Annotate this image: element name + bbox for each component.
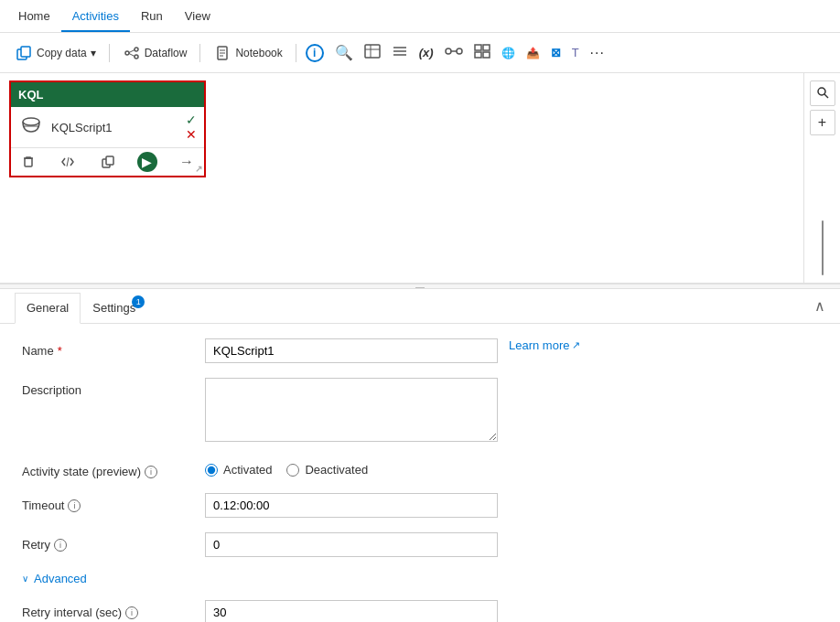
svg-line-6 bbox=[129, 53, 135, 56]
nav-view[interactable]: View bbox=[174, 0, 221, 32]
pipeline-icon bbox=[445, 44, 463, 61]
timeout-info-icon[interactable]: i bbox=[68, 499, 81, 512]
globe-toolbar-btn[interactable]: 🌐 bbox=[498, 43, 519, 63]
description-control bbox=[205, 378, 498, 445]
radio-activated[interactable]: Activated bbox=[205, 463, 272, 477]
svg-point-30 bbox=[818, 88, 825, 95]
svg-rect-26 bbox=[25, 158, 32, 166]
resize-icon: ↗ bbox=[195, 164, 202, 174]
name-required: * bbox=[58, 344, 62, 358]
top-navigation: Home Activities Run View bbox=[0, 0, 840, 33]
dataflow-icon bbox=[123, 44, 141, 62]
kql-node-body: KQLScript1 ✓ ✕ bbox=[11, 107, 204, 148]
code-icon[interactable] bbox=[58, 152, 78, 172]
tabs-bar: General Settings 1 ∧ bbox=[0, 289, 840, 324]
list-icon bbox=[392, 44, 408, 61]
advanced-toggle[interactable]: ∨ Advanced bbox=[22, 572, 818, 585]
nav-run[interactable]: Run bbox=[130, 0, 174, 32]
copy-data-label: Copy data bbox=[37, 47, 87, 59]
dataflow-button[interactable]: Dataflow bbox=[115, 40, 195, 66]
svg-point-3 bbox=[135, 48, 138, 51]
collapse-panel-btn[interactable]: ∧ bbox=[814, 297, 825, 315]
name-label: Name * bbox=[22, 338, 205, 358]
learn-more-link[interactable]: Learn more ↗ bbox=[509, 338, 580, 352]
table-icon bbox=[364, 44, 381, 61]
notebook-icon bbox=[213, 44, 232, 62]
kql-activity-name: KQLScript1 bbox=[51, 121, 112, 134]
activity-state-info-icon[interactable]: i bbox=[145, 466, 157, 478]
svg-line-27 bbox=[67, 157, 69, 166]
description-label: Description bbox=[22, 378, 205, 397]
svg-point-4 bbox=[135, 55, 138, 59]
database-icon bbox=[18, 114, 44, 140]
tab-settings[interactable]: Settings 1 bbox=[81, 293, 147, 323]
toolbar: Copy data ▾ Dataflow Notebook i 🔍 (x) bbox=[0, 33, 840, 73]
svg-point-17 bbox=[446, 48, 451, 54]
tab-general[interactable]: General bbox=[15, 293, 81, 324]
radio-deactivated-input[interactable] bbox=[286, 464, 299, 477]
nav-activities[interactable]: Activities bbox=[61, 0, 130, 32]
kql-x-icon: ✕ bbox=[186, 127, 197, 142]
radio-deactivated[interactable]: Deactivated bbox=[286, 463, 368, 477]
retry-interval-input[interactable] bbox=[205, 600, 498, 622]
outlook-toolbar-btn[interactable]: ⊠ bbox=[547, 42, 565, 63]
table-toolbar-btn[interactable] bbox=[361, 40, 384, 65]
pipeline-toolbar-btn[interactable] bbox=[441, 40, 467, 65]
kql-run-icon[interactable]: ▶ bbox=[137, 152, 157, 172]
settings-badge: 1 bbox=[132, 295, 145, 308]
copy-icon[interactable] bbox=[98, 152, 118, 172]
external-link-icon: ↗ bbox=[572, 339, 580, 351]
grid-toolbar-btn[interactable] bbox=[470, 40, 494, 65]
svg-rect-21 bbox=[483, 45, 490, 50]
radio-deactivated-label: Deactivated bbox=[305, 463, 368, 477]
svg-rect-22 bbox=[475, 52, 481, 58]
retry-interval-info-icon[interactable]: i bbox=[125, 606, 138, 619]
teams-icon: T bbox=[572, 46, 579, 59]
info-circle-icon: i bbox=[306, 44, 324, 62]
svg-line-5 bbox=[129, 49, 135, 52]
info-icon-btn[interactable]: i bbox=[302, 40, 328, 66]
canvas-search-btn[interactable] bbox=[810, 80, 835, 106]
retry-info-icon[interactable]: i bbox=[54, 539, 67, 552]
outlook-icon: ⊠ bbox=[551, 46, 561, 59]
chevron-down-icon: ∨ bbox=[22, 574, 28, 584]
radio-activated-input[interactable] bbox=[205, 464, 218, 477]
description-textarea[interactable] bbox=[205, 378, 498, 442]
retry-interval-control bbox=[205, 600, 498, 622]
svg-point-2 bbox=[125, 51, 129, 55]
nav-home[interactable]: Home bbox=[7, 0, 61, 32]
form-area: Name * Learn more ↗ Description Activity bbox=[0, 324, 840, 622]
canvas-area: KQL ↗ KQLScript1 ✓ ✕ bbox=[0, 73, 840, 284]
svg-rect-20 bbox=[475, 45, 481, 50]
teams-toolbar-btn[interactable]: T bbox=[568, 42, 583, 63]
learn-more-label: Learn more bbox=[509, 338, 569, 352]
svg-rect-29 bbox=[106, 156, 113, 165]
variable-toolbar-btn[interactable]: (x) bbox=[415, 42, 437, 63]
kql-node[interactable]: KQL ↗ KQLScript1 ✓ ✕ bbox=[9, 80, 206, 177]
copy-data-icon bbox=[15, 44, 33, 62]
canvas-add-btn[interactable]: + bbox=[810, 110, 835, 135]
scroll-indicator bbox=[822, 220, 824, 275]
more-toolbar-btn[interactable]: ··· bbox=[587, 41, 608, 65]
kql-arrow-right-icon[interactable]: → bbox=[177, 152, 197, 172]
name-row: Name * Learn more ↗ bbox=[22, 338, 818, 363]
timeout-label: Timeout i bbox=[22, 493, 205, 512]
retry-input[interactable] bbox=[205, 532, 498, 557]
timeout-row: Timeout i bbox=[22, 493, 818, 518]
radio-activated-label: Activated bbox=[223, 463, 272, 477]
arrow-toolbar-btn[interactable]: 📤 bbox=[522, 43, 544, 63]
copy-data-button[interactable]: Copy data ▾ bbox=[7, 40, 103, 66]
search-toolbar-btn[interactable]: 🔍 bbox=[331, 40, 357, 65]
list-toolbar-btn[interactable] bbox=[388, 40, 412, 65]
timeout-control bbox=[205, 493, 498, 518]
notebook-button[interactable]: Notebook bbox=[206, 40, 289, 66]
more-icon: ··· bbox=[590, 45, 605, 61]
svg-point-18 bbox=[457, 48, 462, 54]
delete-icon[interactable] bbox=[18, 152, 38, 172]
name-input[interactable] bbox=[205, 338, 498, 363]
timeout-input[interactable] bbox=[205, 493, 498, 518]
globe-icon: 🌐 bbox=[501, 47, 515, 59]
kql-status-icons: ✓ ✕ bbox=[186, 113, 197, 142]
canvas-main[interactable]: KQL ↗ KQLScript1 ✓ ✕ bbox=[0, 73, 803, 283]
notebook-label: Notebook bbox=[235, 47, 282, 59]
